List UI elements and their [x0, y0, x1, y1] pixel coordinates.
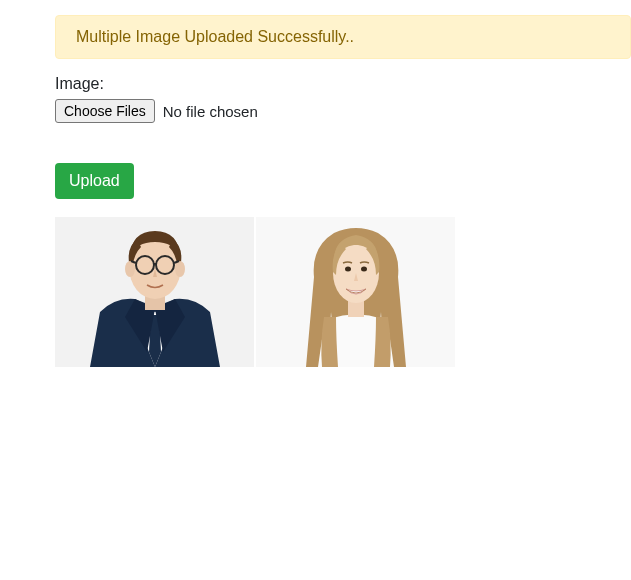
svg-point-3 — [125, 261, 135, 277]
alert-message: Multiple Image Uploaded Successfully.. — [76, 28, 354, 45]
file-input-group: Choose Files No file chosen — [55, 99, 631, 123]
svg-point-13 — [345, 267, 351, 272]
svg-point-14 — [361, 267, 367, 272]
choose-files-button[interactable]: Choose Files — [55, 99, 155, 123]
uploaded-image-2 — [256, 217, 455, 367]
file-status-text: No file chosen — [163, 103, 258, 120]
image-label: Image: — [55, 75, 631, 93]
svg-point-4 — [175, 261, 185, 277]
uploaded-image-1 — [55, 217, 254, 367]
uploaded-images-row — [55, 217, 631, 367]
upload-button[interactable]: Upload — [55, 163, 134, 199]
success-alert: Multiple Image Uploaded Successfully.. — [55, 15, 631, 59]
